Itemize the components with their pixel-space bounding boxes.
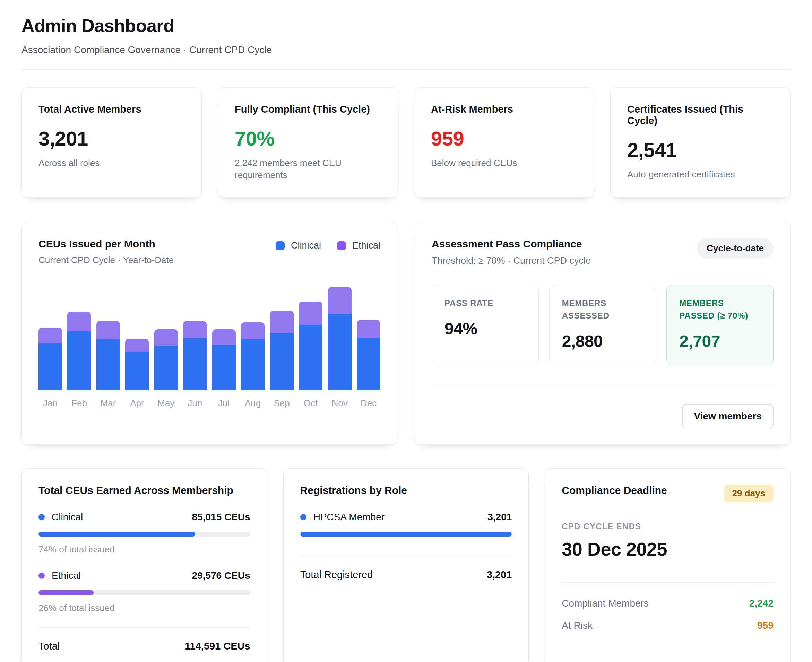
- clinical-segment: [67, 331, 91, 390]
- total-ceus-label: Total: [39, 641, 59, 652]
- stat-card-caption: Auto-generated certificates: [627, 169, 773, 181]
- assessment-footer: View members: [432, 404, 773, 428]
- month-label: May: [158, 398, 174, 409]
- chart-title: CEUs Issued per Month: [39, 238, 174, 250]
- ethical-segment: [270, 310, 294, 333]
- stat-card-title: Certificates Issued (This Cycle): [627, 104, 773, 127]
- assessment-divider: [432, 385, 773, 386]
- month-label: Sep: [273, 398, 289, 409]
- deadline-row-compliant-members: Compliant Members2,242: [562, 598, 773, 609]
- assessment-subtitle: Threshold: ≥ 70% · Current CPD cycle: [432, 255, 591, 266]
- compliance-deadline-card: Compliance Deadline 29 days CPD CYCLE EN…: [545, 468, 791, 662]
- meter-label-wrap: Clinical: [39, 512, 83, 523]
- assessment-box-value: 94%: [444, 319, 526, 338]
- clinical-segment: [357, 337, 380, 390]
- total-registered-row: Total Registered 3,201: [300, 569, 512, 580]
- assessment-box-members-assessed: MEMBERS ASSESSED2,880: [549, 285, 656, 365]
- registrations-divider: [300, 556, 512, 557]
- total-registered-label: Total Registered: [300, 569, 373, 580]
- progress-track: [39, 532, 250, 537]
- ethical-segment: [96, 321, 120, 339]
- assessment-box-value: 2,880: [562, 332, 643, 351]
- month-label: Mar: [101, 398, 116, 409]
- meter-value: 3,201: [487, 512, 512, 523]
- page-header: Admin Dashboard Association Compliance G…: [21, 15, 791, 55]
- bar-column-apr: Apr: [125, 283, 149, 409]
- chart-header: CEUs Issued per Month Current CPD Cycle …: [39, 238, 380, 265]
- stat-card-value: 2,541: [627, 138, 773, 162]
- meter-row-hpcsa-member: HPCSA Member3,201: [300, 512, 512, 537]
- meter-row-clinical: Clinical85,015 CEUs74% of total issued: [39, 512, 250, 555]
- stat-card-title: At-Risk Members: [431, 104, 577, 115]
- hpcsa-member-dot-icon: [300, 514, 307, 520]
- deadline-header: Compliance Deadline 29 days: [562, 485, 773, 502]
- bar-may: [154, 283, 178, 390]
- month-label: Jan: [43, 398, 58, 409]
- ethical-segment: [67, 312, 91, 331]
- bar-dec: [357, 283, 380, 390]
- assessment-stat-boxes: PASS RATE94%MEMBERS ASSESSED2,880MEMBERS…: [432, 285, 773, 365]
- days-remaining-badge: 29 days: [724, 485, 773, 502]
- stat-card-total-active-members: Total Active Members3,201Across all role…: [21, 87, 202, 198]
- page-title: Admin Dashboard: [21, 15, 791, 36]
- bar-nov: [328, 283, 352, 390]
- legend-item-ethical: Ethical: [337, 240, 380, 251]
- percent-of-total-label: 74% of total issued: [39, 544, 250, 555]
- view-members-button[interactable]: View members: [682, 404, 773, 428]
- assessment-box-label: PASS RATE: [444, 297, 526, 310]
- bar-column-jul: Jul: [212, 283, 236, 409]
- assessment-box-label: MEMBERS PASSED (≥ 70%): [679, 297, 761, 322]
- cycle-end-date: 30 Dec 2025: [562, 538, 773, 560]
- ethical-segment: [241, 322, 265, 339]
- bar-column-aug: Aug: [241, 283, 265, 409]
- stat-card-caption: Below required CEUs: [431, 157, 577, 169]
- meter-value: 85,015 CEUs: [192, 512, 250, 523]
- month-label: Feb: [71, 398, 87, 409]
- ethical-dot-icon: [39, 573, 45, 579]
- page-subtitle: Association Compliance Governance · Curr…: [21, 44, 791, 55]
- registrations-by-role-card: Registrations by Role HPCSA Member3,201 …: [283, 468, 529, 662]
- stat-card-certificates-issued-this-cycle: Certificates Issued (This Cycle)2,541Aut…: [610, 87, 791, 198]
- registrations-title: Registrations by Role: [300, 485, 512, 496]
- month-label: Dec: [360, 398, 376, 409]
- stat-card-caption: 2,242 members meet CEU requirements: [235, 157, 380, 181]
- legend-item-clinical: Clinical: [276, 240, 321, 251]
- month-label: Aug: [245, 398, 261, 409]
- middle-row: CEUs Issued per Month Current CPD Cycle …: [21, 222, 791, 445]
- chart-subtitle: Current CPD Cycle · Year-to-Date: [39, 255, 174, 265]
- meter-label: HPCSA Member: [314, 512, 384, 523]
- stat-card-value: 70%: [235, 127, 381, 150]
- ethical-segment: [212, 329, 236, 345]
- ethical-legend-swatch-icon: [337, 241, 346, 250]
- ethical-segment: [299, 302, 322, 325]
- percent-of-total-label: 26% of total issued: [39, 603, 250, 614]
- meter-row-header: Ethical29,576 CEUs: [39, 570, 250, 581]
- deadline-title: Compliance Deadline: [562, 485, 667, 496]
- assessment-pass-compliance-card: Assessment Pass Compliance Threshold: ≥ …: [415, 222, 791, 445]
- stat-card-title: Total Active Members: [39, 104, 185, 115]
- stat-card-caption: Across all roles: [39, 157, 184, 169]
- total-registered-value: 3,201: [487, 569, 512, 580]
- ethical-segment: [39, 328, 62, 344]
- cycle-to-date-badge: Cycle-to-date: [697, 238, 773, 259]
- bar-oct: [299, 283, 322, 390]
- assessment-header: Assessment Pass Compliance Threshold: ≥ …: [432, 238, 773, 266]
- deadline-row-value: 2,242: [749, 598, 773, 609]
- stat-card-title: Fully Compliant (This Cycle): [235, 104, 381, 115]
- stat-card-at-risk-members: At-Risk Members959Below required CEUs: [414, 87, 594, 198]
- legend-label: Clinical: [291, 240, 321, 251]
- meter-value: 29,576 CEUs: [192, 570, 250, 581]
- bar-apr: [125, 283, 149, 390]
- ethical-segment: [357, 320, 380, 337]
- assessment-box-pass-rate: PASS RATE94%: [432, 285, 539, 365]
- bar-column-mar: Mar: [96, 283, 120, 409]
- progress-fill: [300, 532, 512, 537]
- chart-legend: ClinicalEthical: [276, 240, 380, 251]
- assessment-box-value: 2,707: [679, 332, 761, 351]
- bar-column-dec: Dec: [357, 283, 380, 409]
- admin-dashboard-page: Admin Dashboard Association Compliance G…: [0, 0, 812, 662]
- total-ceus-title: Total CEUs Earned Across Membership: [39, 485, 250, 496]
- bar-column-jan: Jan: [39, 283, 62, 409]
- month-label: Jun: [188, 398, 202, 409]
- bar-column-may: May: [154, 283, 178, 409]
